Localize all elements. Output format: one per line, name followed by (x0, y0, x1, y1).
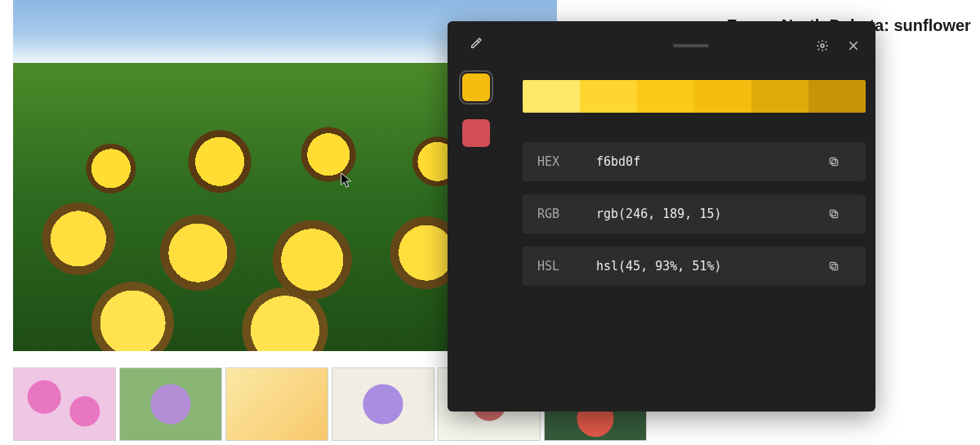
close-icon (847, 39, 860, 52)
picker-main: HEX f6bd0f RGB rgb(246, 189, 15) HSL hsl… (505, 21, 880, 412)
close-button[interactable] (841, 33, 866, 58)
svg-point-0 (821, 44, 824, 47)
eyedropper-button[interactable] (464, 31, 488, 56)
history-swatch[interactable] (462, 119, 490, 147)
svg-rect-3 (832, 212, 838, 218)
settings-button[interactable] (810, 33, 835, 58)
thumbnail[interactable] (119, 367, 222, 441)
copy-icon (828, 156, 840, 167)
shade-swatch[interactable] (808, 80, 866, 113)
hex-value[interactable]: f6bd0f (596, 154, 822, 169)
rgb-label: RGB (537, 207, 596, 221)
hsl-row: HSL hsl(45, 93%, 51%) (523, 247, 866, 286)
gear-icon (816, 39, 829, 52)
hex-label: HEX (537, 154, 596, 169)
color-picker-panel: HEX f6bd0f RGB rgb(246, 189, 15) HSL hsl… (448, 21, 875, 412)
thumbnail[interactable] (332, 367, 434, 441)
svg-rect-4 (830, 210, 835, 216)
picker-sidebar (448, 21, 505, 412)
panel-titlebar[interactable] (523, 33, 866, 59)
hsl-value[interactable]: hsl(45, 93%, 51%) (596, 259, 822, 274)
shade-swatch[interactable] (580, 80, 637, 113)
drag-handle-icon[interactable] (673, 44, 709, 47)
shade-swatch[interactable] (523, 80, 580, 113)
thumbnail[interactable] (225, 367, 328, 441)
copy-hsl-button[interactable] (822, 254, 846, 278)
copy-hex-button[interactable] (822, 149, 846, 174)
hex-row: HEX f6bd0f (523, 142, 866, 181)
history-swatch[interactable] (462, 73, 490, 101)
shade-swatch[interactable] (751, 80, 808, 113)
copy-rgb-button[interactable] (822, 202, 846, 226)
eyedropper-icon (470, 37, 483, 50)
color-shades-bar[interactable] (523, 80, 866, 113)
hsl-label: HSL (537, 259, 596, 274)
mouse-cursor-icon (340, 171, 354, 189)
copy-icon (828, 208, 840, 220)
svg-rect-1 (832, 160, 838, 166)
shade-swatch[interactable] (637, 80, 694, 113)
svg-rect-5 (832, 265, 838, 270)
copy-icon (828, 260, 840, 272)
rgb-row: RGB rgb(246, 189, 15) (523, 194, 866, 234)
rgb-value[interactable]: rgb(246, 189, 15) (596, 207, 822, 221)
svg-rect-6 (830, 262, 835, 268)
thumbnail[interactable] (13, 367, 116, 441)
shade-swatch[interactable] (694, 80, 751, 113)
svg-rect-2 (830, 158, 835, 163)
